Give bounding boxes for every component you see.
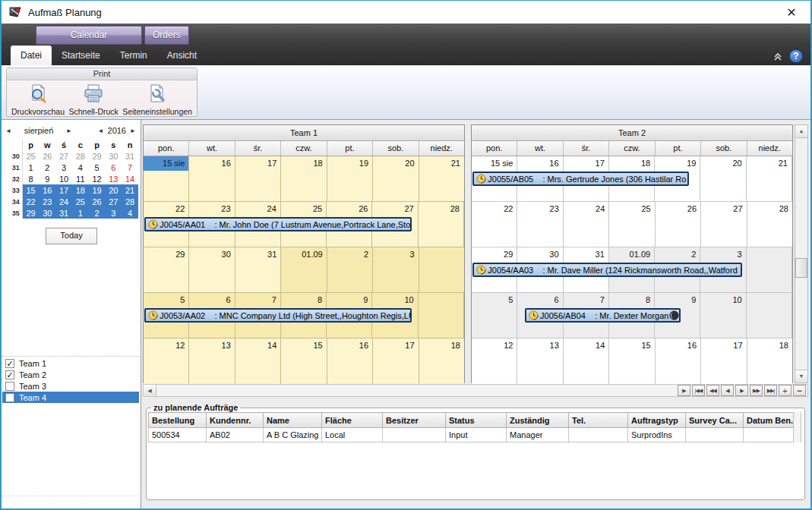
day-cell[interactable]: 26 bbox=[656, 202, 701, 247]
day-cell[interactable]: 28 bbox=[419, 202, 464, 247]
day-cell[interactable]: 27 bbox=[701, 202, 747, 247]
column-header-datum-ben-[interactable]: Datum Ben... bbox=[744, 413, 794, 428]
day-cell[interactable]: 10 bbox=[700, 293, 746, 338]
column-header-status[interactable]: Status bbox=[446, 413, 507, 428]
day-cell[interactable]: 18 bbox=[419, 338, 464, 384]
schnell-druck-button[interactable]: Schnell-Druck bbox=[68, 82, 120, 117]
nav-fast-back-button[interactable]: ◀◀ bbox=[706, 385, 719, 396]
day-cell[interactable]: 3 bbox=[373, 247, 419, 293]
column-header-tel-[interactable]: Tel. bbox=[569, 413, 628, 428]
mini-cal-day[interactable]: 20 bbox=[105, 184, 122, 196]
team-item-team-2[interactable]: ✓Team 2 bbox=[2, 369, 139, 380]
next-month-icon[interactable]: ► bbox=[64, 128, 74, 134]
day-cell[interactable]: 01.09 bbox=[281, 247, 327, 293]
close-icon[interactable]: ✕ bbox=[783, 4, 800, 20]
nav-fast-forward-button[interactable]: ▶▶ bbox=[750, 385, 763, 396]
mini-cal-day[interactable]: 5 bbox=[89, 162, 106, 173]
appointment[interactable]: J0056/AB04 : Mr. Dexter Morgan bbox=[525, 308, 681, 323]
ribbon-tab-ansicht[interactable]: Ansicht bbox=[157, 46, 207, 65]
day-cell[interactable]: 31 bbox=[235, 247, 281, 293]
hscroll-right-button[interactable]: ▶ bbox=[678, 385, 690, 396]
checkbox-unchecked-icon[interactable] bbox=[5, 393, 14, 402]
prev-year-icon[interactable]: ◄ bbox=[96, 128, 106, 134]
column-header-fl-che[interactable]: Fläche bbox=[322, 413, 383, 428]
day-cell[interactable]: 16 bbox=[327, 338, 373, 384]
nav-forward-button[interactable]: ▶ bbox=[735, 385, 748, 396]
mini-cal-day[interactable]: 4 bbox=[72, 162, 89, 173]
day-cell[interactable]: 24 bbox=[564, 202, 609, 247]
day-cell[interactable]: 17 bbox=[701, 338, 747, 384]
mini-cal-day[interactable]: 15 bbox=[22, 184, 39, 196]
checkbox-checked-icon[interactable]: ✓ bbox=[5, 359, 14, 368]
mini-cal-day[interactable]: 23 bbox=[39, 196, 55, 207]
day-cell[interactable]: 28 bbox=[747, 202, 792, 247]
team-item-team-1[interactable]: ✓Team 1 bbox=[2, 357, 139, 369]
seiteneinstellungen-button[interactable]: Seiteneinstellungen bbox=[121, 82, 194, 117]
day-cell[interactable]: 5 bbox=[472, 293, 517, 338]
mini-cal-day[interactable]: 2 bbox=[89, 207, 106, 219]
checkbox-checked-icon[interactable]: ✓ bbox=[5, 370, 14, 379]
day-cell[interactable] bbox=[419, 247, 464, 293]
mini-cal-day[interactable]: 29 bbox=[89, 150, 106, 162]
column-header-survey-ca-[interactable]: Survey Ca... bbox=[686, 413, 744, 428]
mini-cal-day[interactable]: 28 bbox=[72, 150, 89, 162]
ribbon-tab-termin[interactable]: Termin bbox=[110, 46, 157, 65]
day-cell[interactable]: 16 bbox=[656, 338, 701, 384]
team-item-team-4[interactable]: Team 4 bbox=[2, 392, 139, 403]
mini-cal-day[interactable]: 4 bbox=[122, 207, 138, 219]
day-cell[interactable]: 25 bbox=[609, 202, 655, 247]
horizontal-scrollbar[interactable]: ◀ ▶|◀◀◀◀◀▶▶▶▶▶|+− bbox=[143, 384, 808, 397]
day-cell[interactable]: 15 sie bbox=[144, 156, 189, 202]
mini-cal-day[interactable]: 19 bbox=[89, 184, 106, 196]
column-header-zust-ndig[interactable]: Zuständig bbox=[507, 413, 569, 428]
day-cell[interactable]: 21 bbox=[419, 156, 464, 202]
day-cell[interactable]: 15 bbox=[609, 338, 655, 384]
mini-cal-day[interactable]: 6 bbox=[105, 162, 122, 173]
day-cell[interactable]: 23 bbox=[517, 202, 563, 247]
column-header-auftragstyp[interactable]: Auftragstyp bbox=[628, 413, 686, 428]
mini-cal-day[interactable]: 3 bbox=[55, 162, 72, 173]
ribbon-tab-startseite[interactable]: Startseite bbox=[52, 46, 110, 65]
nav-add-button[interactable]: + bbox=[779, 385, 791, 396]
day-cell[interactable]: 12 bbox=[144, 338, 189, 384]
day-cell[interactable]: 13 bbox=[517, 338, 563, 384]
view-tab-orders[interactable]: Orders bbox=[144, 26, 189, 45]
ribbon-tab-datei[interactable]: Datei bbox=[11, 46, 52, 65]
collapse-ribbon-icon[interactable] bbox=[773, 51, 783, 61]
mini-cal-day[interactable]: 28 bbox=[122, 196, 138, 207]
checkbox-unchecked-icon[interactable] bbox=[5, 382, 14, 391]
day-cell[interactable]: 14 bbox=[564, 338, 609, 384]
mini-cal-day[interactable]: 27 bbox=[105, 196, 122, 207]
mini-cal-day[interactable]: 16 bbox=[39, 184, 55, 196]
day-cell[interactable]: 13 bbox=[189, 338, 235, 384]
vertical-scrollbar[interactable]: ▲ ▼ bbox=[795, 124, 808, 383]
mini-cal-day[interactable]: 11 bbox=[72, 173, 89, 184]
mini-cal-day[interactable]: 9 bbox=[39, 173, 55, 184]
nav-remove-button[interactable]: − bbox=[793, 385, 806, 396]
mini-cal-day[interactable]: 29 bbox=[22, 207, 39, 219]
mini-cal-day[interactable]: 24 bbox=[55, 196, 72, 207]
day-cell[interactable]: 20 bbox=[373, 156, 419, 202]
mini-cal-day[interactable]: 3 bbox=[105, 207, 122, 219]
mini-cal-day[interactable]: 27 bbox=[55, 150, 72, 162]
mini-cal-day[interactable]: 18 bbox=[72, 184, 89, 196]
mini-cal-day[interactable]: 1 bbox=[22, 162, 39, 173]
mini-cal-day[interactable]: 12 bbox=[89, 173, 106, 184]
table-row[interactable]: 500534AB02A B C GlazingLocalInputManager… bbox=[149, 428, 794, 442]
day-cell[interactable]: 19 bbox=[327, 156, 373, 202]
druckvorschau-button[interactable]: Druckvorschau bbox=[10, 82, 66, 117]
day-cell[interactable]: 16 bbox=[189, 156, 235, 202]
day-cell[interactable]: 18 bbox=[281, 156, 327, 202]
day-cell[interactable]: 17 bbox=[373, 338, 419, 384]
mini-cal-day[interactable]: 31 bbox=[122, 150, 138, 162]
column-header-kundennr-[interactable]: Kundennr. bbox=[207, 413, 264, 428]
mini-cal-day[interactable]: 2 bbox=[39, 162, 55, 173]
day-cell[interactable]: 22 bbox=[472, 202, 517, 247]
column-header-besitzer[interactable]: Besitzer bbox=[383, 413, 446, 428]
day-cell[interactable]: 18 bbox=[747, 338, 792, 384]
today-button[interactable]: Today bbox=[46, 228, 97, 244]
day-cell[interactable]: 21 bbox=[747, 156, 792, 202]
day-cell[interactable]: 12 bbox=[472, 338, 517, 384]
mini-cal-day[interactable]: 25 bbox=[22, 150, 39, 162]
prev-month-icon[interactable]: ◄ bbox=[3, 128, 14, 134]
